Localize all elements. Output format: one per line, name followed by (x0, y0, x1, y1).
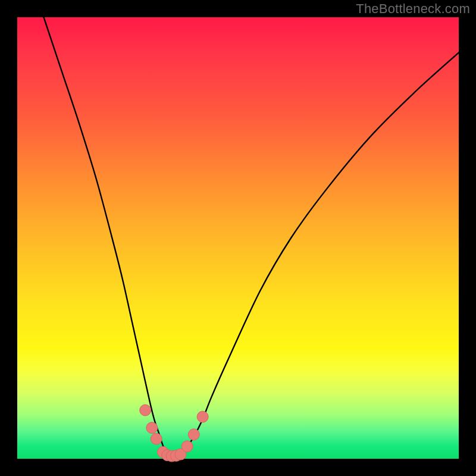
curve-marker (146, 422, 158, 434)
curve-marker (181, 441, 193, 452)
chart-plot-area (17, 17, 459, 459)
curve-marker (151, 433, 162, 444)
curve-marker (140, 405, 151, 416)
chart-frame: TheBottleneck.com (0, 0, 476, 476)
watermark-text: TheBottleneck.com (356, 1, 470, 17)
curve-marker (197, 411, 208, 422)
curve-markers (140, 405, 208, 462)
chart-svg (17, 17, 459, 459)
curve-marker (188, 429, 199, 440)
bottleneck-curve (44, 17, 459, 456)
